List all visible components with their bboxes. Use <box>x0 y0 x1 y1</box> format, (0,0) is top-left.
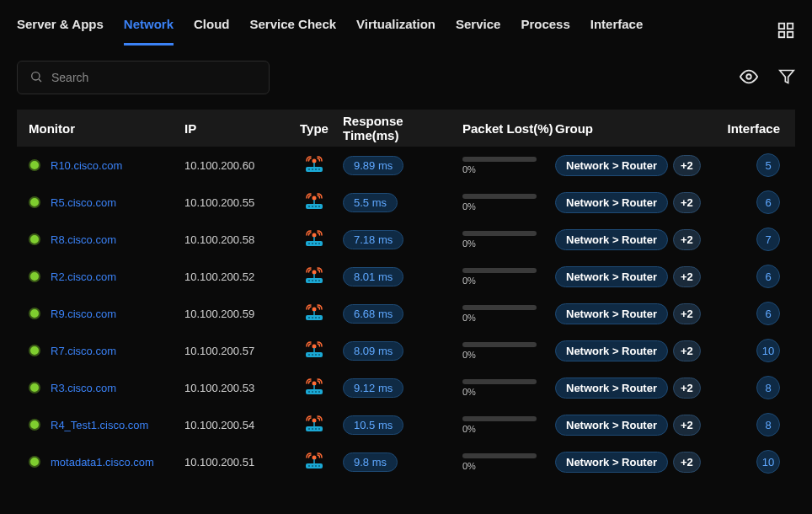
svg-point-6 <box>746 74 751 79</box>
monitor-link[interactable]: R4_Test1.cisco.com <box>51 419 148 431</box>
group-extra-badge[interactable]: +2 <box>673 229 701 250</box>
filter-icon[interactable] <box>778 68 795 88</box>
status-indicator <box>29 382 40 394</box>
svg-point-61 <box>312 428 313 430</box>
col-response-time[interactable]: Response Time(ms) <box>343 114 462 142</box>
col-packet-lost[interactable]: Packet Lost(%) <box>462 121 555 136</box>
tab-virtualization[interactable]: Virtualization <box>356 17 435 46</box>
svg-point-46 <box>308 354 310 356</box>
group-badge[interactable]: Network > Router <box>555 155 668 176</box>
monitor-link[interactable]: R10.cisco.com <box>51 159 122 172</box>
monitor-link[interactable]: R5.cisco.com <box>51 196 116 209</box>
tab-process[interactable]: Process <box>521 17 569 46</box>
svg-point-25 <box>308 243 310 244</box>
group-extra-badge[interactable]: +2 <box>673 155 701 176</box>
interface-count[interactable]: 6 <box>756 190 780 214</box>
svg-point-53 <box>308 391 310 393</box>
router-icon <box>303 192 325 211</box>
group-badge[interactable]: Network > Router <box>555 192 668 213</box>
packet-bar <box>462 379 537 384</box>
nav-tabs: Server & AppsNetworkCloudService CheckVi… <box>17 17 643 46</box>
interface-count[interactable]: 5 <box>756 153 780 177</box>
interface-count[interactable]: 10 <box>756 450 780 474</box>
monitor-link[interactable]: R7.cisco.com <box>51 345 116 357</box>
packet-lost-cell: 0% <box>462 157 555 174</box>
router-icon <box>303 452 325 470</box>
tab-server-apps[interactable]: Server & Apps <box>17 17 104 46</box>
tab-network[interactable]: Network <box>124 17 174 46</box>
visibility-icon[interactable] <box>740 67 758 88</box>
group-extra-badge[interactable]: +2 <box>673 266 701 287</box>
svg-point-18 <box>308 206 310 207</box>
monitor-link[interactable]: R8.cisco.com <box>51 233 116 246</box>
interface-count[interactable]: 6 <box>756 302 780 325</box>
svg-point-29 <box>313 270 317 274</box>
svg-point-67 <box>308 465 310 467</box>
ip-address: 10.100.200.60 <box>184 159 286 172</box>
packet-value: 0% <box>462 164 555 174</box>
status-indicator <box>29 270 40 282</box>
group-extra-badge[interactable]: +2 <box>673 415 701 436</box>
svg-rect-2 <box>779 31 784 36</box>
svg-point-40 <box>312 317 313 319</box>
tab-service[interactable]: Service <box>456 17 500 46</box>
interface-count[interactable]: 10 <box>756 339 780 362</box>
search-input[interactable] <box>51 71 257 84</box>
group-badge[interactable]: Network > Router <box>555 377 668 399</box>
interface-count[interactable]: 6 <box>756 265 780 288</box>
dashboard-grid-icon[interactable] <box>777 21 795 42</box>
svg-point-50 <box>313 381 317 385</box>
packet-lost-cell: 0% <box>462 194 555 211</box>
table-row: R5.cisco.com 10.100.200.55 5.5 ms 0% Net… <box>17 184 795 221</box>
svg-rect-0 <box>779 23 784 28</box>
packet-bar <box>462 416 537 421</box>
group-extra-badge[interactable]: +2 <box>673 192 701 213</box>
group-badge[interactable]: Network > Router <box>555 266 668 287</box>
tab-service-check[interactable]: Service Check <box>250 17 337 46</box>
response-time-badge: 10.5 ms <box>343 415 403 435</box>
svg-point-56 <box>318 391 320 393</box>
packet-value: 0% <box>462 461 555 471</box>
router-icon <box>303 303 325 322</box>
svg-point-32 <box>308 280 310 281</box>
svg-point-4 <box>32 72 40 79</box>
svg-point-57 <box>313 418 317 422</box>
interface-count[interactable]: 8 <box>756 376 780 399</box>
group-extra-badge[interactable]: +2 <box>673 452 701 473</box>
packet-lost-cell: 0% <box>462 231 555 249</box>
monitor-link[interactable]: motadata1.cisco.com <box>51 456 154 468</box>
ip-address: 10.100.200.55 <box>184 196 286 209</box>
group-badge[interactable]: Network > Router <box>555 415 668 436</box>
monitor-link[interactable]: R3.cisco.com <box>51 382 116 394</box>
interface-count[interactable]: 7 <box>756 228 780 251</box>
group-extra-badge[interactable]: +2 <box>673 377 701 399</box>
monitor-link[interactable]: R2.cisco.com <box>51 270 116 283</box>
tab-cloud[interactable]: Cloud <box>194 17 230 46</box>
col-monitor[interactable]: Monitor <box>29 121 184 136</box>
col-interface[interactable]: Interface <box>724 121 783 136</box>
group-badge[interactable]: Network > Router <box>555 229 668 250</box>
table-row: R4_Test1.cisco.com 10.100.200.54 10.5 ms… <box>17 406 795 443</box>
group-extra-badge[interactable]: +2 <box>673 340 701 361</box>
router-icon <box>303 415 325 433</box>
ip-address: 10.100.200.53 <box>184 382 286 394</box>
tab-interface[interactable]: Interface <box>590 17 644 46</box>
col-ip[interactable]: IP <box>184 121 286 136</box>
svg-point-27 <box>315 243 317 244</box>
packet-lost-cell: 0% <box>462 453 555 471</box>
group-badge[interactable]: Network > Router <box>555 303 668 324</box>
group-extra-badge[interactable]: +2 <box>673 303 701 324</box>
col-group[interactable]: Group <box>555 121 724 136</box>
status-indicator <box>29 456 40 468</box>
response-time-badge: 9.8 ms <box>343 452 398 472</box>
group-badge[interactable]: Network > Router <box>555 340 668 361</box>
col-type[interactable]: Type <box>286 121 343 136</box>
monitor-link[interactable]: R9.cisco.com <box>51 308 116 320</box>
group-badge[interactable]: Network > Router <box>555 452 668 473</box>
table-row: R3.cisco.com 10.100.200.53 9.12 ms 0% Ne… <box>17 369 795 406</box>
interface-count[interactable]: 8 <box>756 413 780 436</box>
packet-value: 0% <box>462 238 555 249</box>
svg-point-41 <box>315 317 317 319</box>
search-box[interactable] <box>17 61 270 94</box>
packet-lost-cell: 0% <box>462 342 555 360</box>
